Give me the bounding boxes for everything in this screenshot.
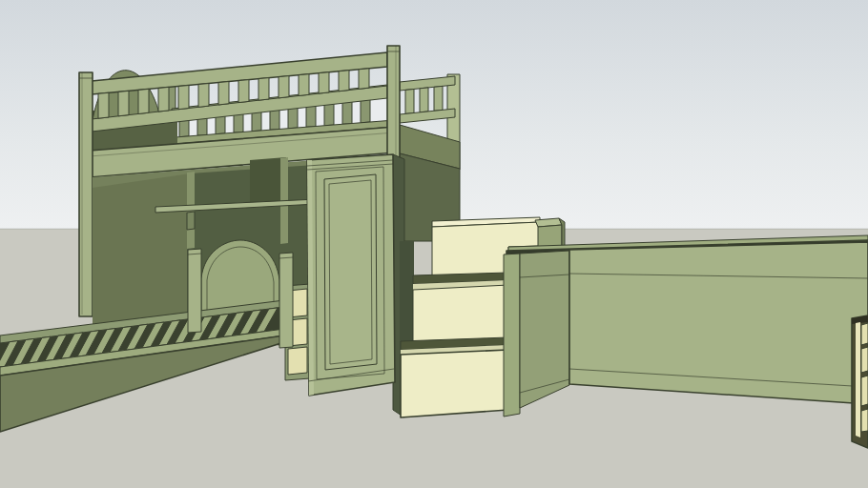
chest-stile [856,322,860,437]
guard-rail-baluster [359,69,369,90]
guard-rail-baluster [158,87,169,112]
wardrobe-door-panel [324,174,377,370]
desk-end-panel [520,251,569,408]
side-drawer-chest [852,315,868,448]
model-render [0,0,868,488]
shelf-bracket [187,212,195,230]
desk-left-stile [504,254,520,417]
stair-riser-1 [401,350,508,417]
side-rail-baluster [420,88,428,112]
loft-right-post [387,46,400,157]
3d-viewport[interactable] [0,0,868,488]
wardrobe [307,154,414,417]
guard-rail-baluster [238,80,249,103]
guard-rail-baluster [339,71,349,92]
chest-drawer [861,323,868,345]
guard-rail-baluster [319,72,329,93]
guard-rail-baluster [138,89,149,113]
guard-rail-baluster [258,78,269,101]
guard-rail-baluster [98,92,109,118]
guard-rail-baluster [299,74,309,96]
stair-riser-2 [413,285,508,345]
desk-front-panel [569,242,868,404]
chest-drawer [861,409,868,432]
desk [504,235,868,417]
guard-rail-baluster [178,86,189,110]
side-rail-baluster [434,86,443,111]
guard-rail-baluster [218,82,229,106]
drawer-front [288,347,307,375]
chest-drawer [861,376,868,406]
side-rail-baluster [405,90,414,114]
guard-rail-baluster [279,76,289,98]
chest-drawer [861,347,868,373]
guard-rail-baluster [118,91,129,115]
alcove-left-wall [93,173,187,330]
loft-left-post [79,72,93,316]
guard-rail-baluster [198,84,209,108]
